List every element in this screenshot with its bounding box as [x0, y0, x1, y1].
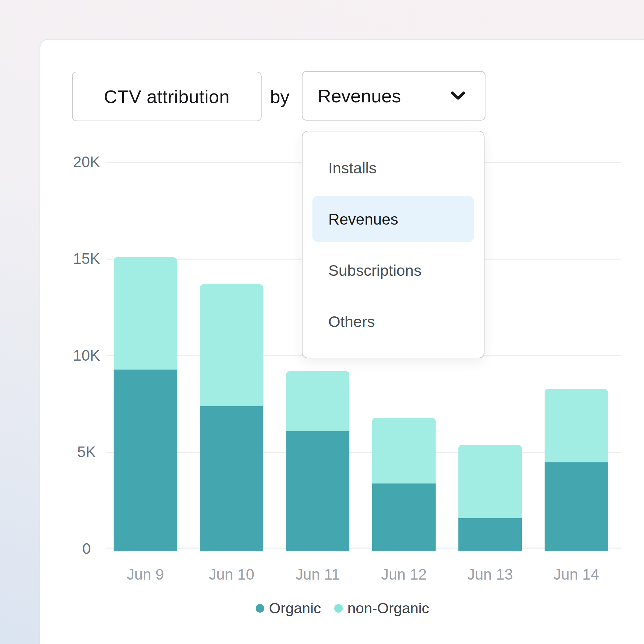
x-axis-label-jun-12: Jun 12	[361, 565, 447, 583]
bar-segment-non-organic[interactable]	[372, 418, 436, 483]
gridline-0	[106, 548, 621, 549]
dropdown-item-installs[interactable]: Installs	[312, 145, 474, 191]
x-axis-label-jun-14: Jun 14	[533, 565, 619, 583]
bar-segment-non-organic[interactable]	[545, 389, 608, 462]
chart-card: CTV attribution by Revenues Installs Rev…	[40, 39, 644, 644]
bar-segment-non-organic[interactable]	[458, 445, 522, 518]
metric-select[interactable]: Revenues	[302, 71, 485, 121]
dropdown-item-subscriptions[interactable]: Subscriptions	[312, 247, 474, 293]
x-axis-label-jun-13: Jun 13	[447, 565, 533, 583]
bar-segment-non-organic[interactable]	[200, 284, 263, 406]
legend-item-organic[interactable]: Organic	[256, 600, 321, 617]
y-axis-tick-label: 0	[63, 540, 110, 557]
bar-segment-organic[interactable]	[458, 518, 522, 551]
legend-label: non-Organic	[347, 600, 429, 617]
metric-dropdown-menu: Installs Revenues Subscriptions Others	[302, 131, 484, 358]
y-axis-tick-label: 15K	[63, 250, 110, 268]
legend-dot-non-organic	[334, 604, 343, 613]
x-axis-label-jun-10: Jun 10	[189, 565, 274, 583]
x-axis: Jun 9Jun 10Jun 11Jun 12Jun 13Jun 14	[106, 565, 621, 585]
bar-jun-14[interactable]	[545, 389, 608, 551]
by-label: by	[258, 72, 301, 121]
bar-jun-13[interactable]	[458, 445, 522, 551]
bar-segment-organic[interactable]	[372, 483, 436, 551]
chevron-down-icon	[450, 91, 466, 100]
gridline-5k	[106, 452, 621, 453]
x-axis-label-jun-11: Jun 11	[275, 565, 361, 583]
bar-jun-10[interactable]	[200, 284, 263, 551]
chart-title: CTV attribution	[104, 86, 230, 107]
y-axis-tick-label: 10K	[63, 346, 110, 364]
y-axis-tick-label: 5K	[63, 443, 110, 461]
metric-select-value: Revenues	[318, 85, 401, 107]
legend-dot-organic	[256, 604, 264, 613]
chart-title-box: CTV attribution	[72, 72, 262, 121]
bar-segment-organic[interactable]	[200, 406, 263, 551]
bar-jun-9[interactable]	[114, 257, 177, 551]
bar-segment-organic[interactable]	[545, 462, 608, 551]
chart-legend: Organicnon-Organic	[40, 598, 644, 618]
bar-jun-11[interactable]	[286, 371, 349, 551]
bar-segment-non-organic[interactable]	[286, 371, 349, 431]
page-background: { "header": { "title": "CTV attribution"…	[0, 0, 644, 644]
legend-label: Organic	[269, 600, 321, 617]
bar-segment-organic[interactable]	[286, 431, 349, 551]
x-axis-label-jun-9: Jun 9	[102, 565, 188, 583]
dropdown-item-others[interactable]: Others	[312, 298, 474, 344]
dropdown-item-revenues[interactable]: Revenues	[312, 196, 474, 242]
bar-segment-non-organic[interactable]	[114, 257, 177, 370]
y-axis-tick-label: 20K	[63, 153, 110, 171]
bar-jun-12[interactable]	[372, 418, 436, 551]
legend-item-non-organic[interactable]: non-Organic	[334, 600, 429, 617]
bar-segment-organic[interactable]	[114, 370, 177, 551]
